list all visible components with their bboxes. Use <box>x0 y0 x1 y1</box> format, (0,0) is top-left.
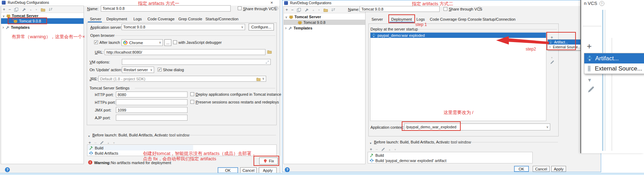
chevron-down-icon[interactable] <box>285 15 288 19</box>
folder-icon[interactable] <box>267 49 272 54</box>
browse-more-button[interactable]: ... <box>164 39 171 46</box>
collapse-icon[interactable] <box>88 134 90 139</box>
pencil-icon[interactable] <box>550 60 554 65</box>
tab-grep-console[interactable]: Grep Console <box>458 17 482 21</box>
move-down-icon[interactable] <box>35 7 38 12</box>
show-dialog-checkbox[interactable] <box>158 68 162 72</box>
new-folder-icon[interactable] <box>41 7 45 12</box>
http-port-input[interactable]: 8080 <box>116 92 188 97</box>
menu-item-external-source[interactable]: External Source... <box>548 45 582 49</box>
close-icon[interactable] <box>270 0 273 5</box>
application-server-combo[interactable]: Tomcat 9.0.8 <box>121 24 245 30</box>
on-update-select[interactable]: Restart server <box>122 67 154 73</box>
tab-code-coverage[interactable]: Code Coverage <box>430 17 457 21</box>
list-item-build[interactable]: Build <box>368 153 474 158</box>
tree-node-templates[interactable]: Templates <box>285 26 313 31</box>
browser-combo[interactable]: Chrome <box>121 39 163 46</box>
chevron-down-icon[interactable] <box>2 14 5 18</box>
list-item-build[interactable]: Build <box>88 145 193 150</box>
https-port-input[interactable] <box>116 99 188 105</box>
help-icon[interactable] <box>285 167 290 172</box>
add-icon[interactable] <box>285 8 288 12</box>
move-down-icon[interactable] <box>394 147 396 152</box>
expand-icon[interactable] <box>265 60 269 64</box>
copy-icon[interactable] <box>297 8 301 12</box>
annotation-context-note: 这里需要改为 / <box>443 109 473 116</box>
annotation-method-two: 指定 artifacts 方式二 <box>412 1 453 7</box>
tree-node-tomcat-908-selected[interactable]: × Tomcat 9.0.8 <box>1 18 84 24</box>
share-vcs-checkbox[interactable] <box>443 7 447 11</box>
tab-deployment[interactable]: Deployment <box>106 17 127 21</box>
magnified-popup-menu: Artifact... External Source... <box>584 53 644 74</box>
magnified-add-icon[interactable]: + <box>587 41 592 51</box>
magnified-menu-item-external-source[interactable]: External Source... <box>584 63 644 74</box>
cancel-button[interactable]: Cancel <box>533 166 550 172</box>
add-icon[interactable] <box>370 147 372 152</box>
tab-logs[interactable]: Logs <box>133 17 142 21</box>
tab-grep-console[interactable]: Grep Console <box>178 17 202 21</box>
jmx-port-input[interactable]: 1099 <box>116 107 188 113</box>
help-question-icon[interactable] <box>477 7 481 11</box>
fix-button[interactable]: Fix <box>259 157 278 164</box>
apply-button[interactable]: Apply <box>259 167 277 173</box>
move-down-icon[interactable] <box>318 7 320 12</box>
tab-logs[interactable]: Logs <box>416 17 425 21</box>
chevron-right-icon[interactable] <box>285 26 287 31</box>
list-item-build-artifact[interactable]: Build 'paypal_demo:war exploded' artifac… <box>368 158 484 163</box>
move-up-icon[interactable] <box>388 147 391 152</box>
show-dialog-label: Show dialog <box>163 68 184 72</box>
tab-deployment[interactable]: Deployment <box>391 17 412 21</box>
ajp-port-input[interactable] <box>116 115 188 121</box>
tab-startup-connection[interactable]: Startup/Connection <box>482 17 515 21</box>
remove-icon[interactable] <box>8 7 11 12</box>
ok-button[interactable]: OK <box>218 167 238 173</box>
help-question-icon[interactable] <box>274 6 278 11</box>
tab-server[interactable]: Server <box>90 17 101 21</box>
app-icon <box>2 1 6 5</box>
group-divider <box>135 88 275 88</box>
url-input[interactable]: http://localhost:8080/ <box>105 49 265 55</box>
chevron-right-icon[interactable] <box>2 25 4 30</box>
application-context-combo[interactable]: /paypal_demo_war_exploded <box>404 123 550 130</box>
remove-icon[interactable] <box>291 8 294 12</box>
active-tab-underline <box>389 22 414 23</box>
edit-defaults-icon[interactable] <box>22 7 26 12</box>
magnified-menu-item-artifact[interactable]: Artifact... <box>584 53 644 63</box>
move-up-icon[interactable] <box>29 7 32 12</box>
cancel-button[interactable]: Cancel <box>240 167 257 173</box>
tree-node-templates[interactable]: Templates <box>2 25 30 30</box>
ok-button[interactable]: OK <box>514 166 529 172</box>
preserve-sessions-label: Preserve sessions across restarts and re… <box>196 100 279 104</box>
zipper-icon <box>549 45 551 49</box>
configure-button[interactable]: Configure... <box>249 23 274 31</box>
chevron-down-icon <box>546 126 548 129</box>
after-launch-checkbox[interactable] <box>94 40 98 44</box>
menu-item-artifact[interactable]: Artifact... <box>548 40 582 45</box>
pencil-icon[interactable] <box>381 147 385 152</box>
collapse-icon[interactable] <box>369 141 372 146</box>
tab-startup-connection[interactable]: Startup/Connection <box>205 17 238 21</box>
sort-icon[interactable] <box>331 8 336 12</box>
chevron-down-icon <box>150 68 152 72</box>
add-icon[interactable] <box>3 7 5 12</box>
tab-server[interactable]: Server <box>372 17 383 21</box>
apply-button[interactable]: Apply <box>551 166 566 172</box>
move-down-icon[interactable] <box>551 55 553 60</box>
tab-code-coverage[interactable]: Code Coverage <box>147 17 175 21</box>
tree-node-tomcat-server[interactable]: Tomcat Server <box>285 15 321 19</box>
jre-combo[interactable]: Default (1.8 - project SDK) <box>98 76 266 82</box>
deploy-apps-checkbox[interactable] <box>190 92 194 96</box>
help-icon[interactable] <box>5 167 10 172</box>
remove-icon[interactable] <box>375 147 378 152</box>
tree-node-tomcat-908-selected[interactable]: Tomcat 9.0.8 <box>284 20 365 25</box>
tree-node-tomcat-server[interactable]: Tomcat Server <box>2 14 38 18</box>
copy-icon[interactable] <box>14 7 19 12</box>
vm-options-input[interactable] <box>122 59 271 65</box>
share-vcs-checkbox[interactable] <box>238 6 242 10</box>
sort-icon[interactable] <box>48 7 53 12</box>
js-debugger-checkbox[interactable] <box>173 40 177 44</box>
preserve-sessions-checkbox[interactable] <box>190 100 194 104</box>
edit-defaults-icon[interactable] <box>304 8 309 12</box>
move-up-icon[interactable] <box>312 7 315 12</box>
new-folder-icon[interactable] <box>323 8 328 12</box>
